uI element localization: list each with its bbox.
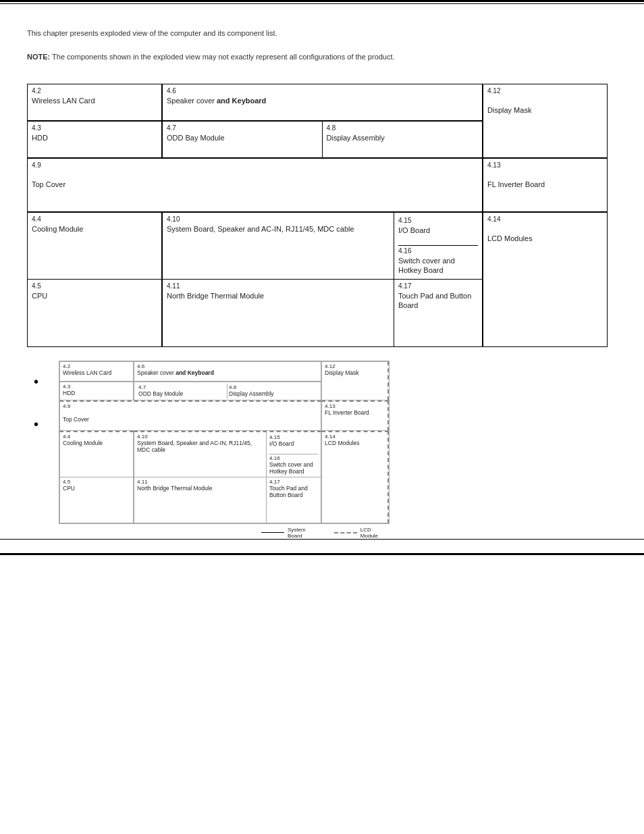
display-mask-number: 4.12	[487, 87, 603, 95]
legend-system-board: System Board	[261, 527, 321, 539]
cpu-number: 4.5	[32, 282, 157, 290]
display-assembly-number: 4.8	[327, 124, 479, 132]
s-odd-lbl: ODD Bay Module	[138, 390, 183, 397]
small-diagram-container: 4.2 Wireless LAN Card 4.6 Speaker cover …	[59, 361, 390, 539]
odd-display-cell: 4.7 ODD Bay Module 4.8 Display Assembly	[162, 121, 483, 158]
io-board-label: I/O Board	[398, 226, 430, 234]
bottom-thin-rule	[0, 539, 644, 540]
legend: System Board LCD Module	[59, 527, 390, 539]
cooling-number: 4.4	[32, 215, 157, 223]
touchpad-number: 4.17	[398, 282, 478, 290]
cooling-label: Cooling Module	[32, 225, 83, 233]
s-nb-num: 4.11	[137, 479, 263, 485]
speaker-keyboard-number: 4.6	[167, 87, 478, 95]
s-odd-num: 4.7	[138, 384, 225, 390]
main-diagram: 4.2 Wireless LAN Card 4.6 Speaker cover …	[27, 84, 617, 347]
wireless-lan-cell: 4.2 Wireless LAN Card	[27, 84, 162, 121]
s-io-num: 4.15	[269, 434, 318, 440]
wireless-lan-number: 4.2	[32, 87, 157, 95]
legend-lcd-module: LCD Module	[334, 527, 390, 539]
wireless-lan-label: Wireless LAN Card	[32, 97, 95, 105]
s-cm-num: 4.4	[63, 434, 130, 440]
s-wireless-lbl: Wireless LAN Card	[63, 369, 111, 376]
hdd-number: 4.3	[32, 124, 157, 132]
s-dmask-num: 4.12	[325, 363, 385, 369]
hdd-cell: 4.3 HDD	[27, 121, 162, 158]
display-assembly-label: Display Assembly	[327, 134, 385, 142]
fl-inverter-number: 4.13	[487, 161, 603, 169]
s-spk-lbl: Speaker cover and Keyboard	[137, 369, 214, 376]
s-lcd-lbl: LCD Modules	[325, 440, 360, 446]
fl-inverter-label: FL Inverter Board	[487, 180, 545, 188]
odd-label: ODD Bay Module	[167, 134, 225, 142]
s-da-lbl: Display Assembly	[229, 390, 274, 397]
lcd-modules-label: LCD Modules	[487, 234, 533, 242]
speaker-keyboard-label: Speaker cover and Keyboard	[167, 97, 266, 105]
io-board-number: 4.15	[398, 217, 478, 224]
lcd-modules-cell: 4.14 LCD Modules	[483, 212, 608, 347]
s-cpu-num: 4.5	[63, 479, 130, 485]
s-fl-num: 4.13	[325, 403, 385, 409]
legend-system-label: System Board	[288, 527, 321, 539]
col2-row4: 4.10 System Board, Speaker and AC-IN, RJ…	[162, 212, 483, 347]
s-tp-lbl: Touch Pad and Button Board	[269, 485, 308, 498]
lcd-modules-number: 4.14	[487, 215, 603, 223]
display-mask-cell: 4.12 Display Mask	[483, 84, 608, 158]
second-section: • • 4.2 Wireless LAN Card 4.6 Speaker co…	[27, 361, 617, 539]
speaker-keyboard-cell: 4.6 Speaker cover and Keyboard	[162, 84, 483, 121]
top-cover-label: Top Cover	[32, 180, 65, 188]
s-io-lbl: I/O Board	[269, 440, 294, 447]
system-board-label: System Board, Speaker and AC-IN, RJ11/45…	[167, 225, 354, 233]
switch-cover-number: 4.16	[398, 247, 478, 255]
display-mask-label: Display Mask	[487, 106, 531, 114]
s-cm-lbl: Cooling Module	[63, 440, 103, 446]
top-thick-rule	[0, 0, 644, 2]
bottom-thick-rule	[0, 553, 644, 555]
header-description: This chapter presents exploded view of t…	[27, 18, 617, 70]
s-lcd-num: 4.14	[325, 434, 385, 440]
s-dmask-lbl: Display Mask	[325, 369, 359, 376]
bullet-1: •	[34, 374, 38, 390]
system-board-number: 4.10	[167, 215, 390, 223]
s-fl-lbl: FL Inverter Board	[325, 409, 369, 416]
s-hdd-lbl: HDD	[63, 390, 75, 396]
bullet-2: •	[34, 417, 38, 432]
s-sw-num: 4.16	[269, 455, 318, 461]
legend-solid-line	[261, 532, 284, 533]
switch-cover-label: Switch cover and Hotkey Board	[398, 257, 455, 274]
s-tc-lbl: Top Cover	[63, 416, 89, 423]
s-tp-num: 4.17	[269, 479, 318, 485]
col1-row4: 4.4 Cooling Module 4.5 CPU	[27, 212, 162, 347]
s-spk-num: 4.6	[137, 363, 318, 369]
s-sb-lbl: System Board, Speaker and AC-IN, RJ11/45…	[137, 440, 252, 453]
s-sb-num: 4.10	[137, 434, 263, 440]
s-tc-num: 4.9	[63, 403, 318, 409]
s-cpu-lbl: CPU	[63, 485, 75, 492]
odd-number: 4.7	[167, 124, 318, 132]
s-nb-lbl: North Bridge Thermal Module	[137, 485, 212, 492]
top-thin-rule	[0, 3, 644, 4]
touchpad-label: Touch Pad and Button Board	[398, 292, 471, 309]
nb-thermal-number: 4.11	[167, 282, 390, 290]
top-cover-cell: 4.9 Top Cover	[27, 158, 483, 212]
s-da-num: 4.8	[229, 384, 317, 390]
cpu-label: CPU	[32, 292, 47, 300]
hdd-label: HDD	[32, 134, 48, 142]
top-cover-number: 4.9	[32, 161, 478, 169]
s-hdd-num: 4.3	[63, 384, 130, 390]
s-sw-lbl: Switch cover and Hotkey Board	[269, 461, 313, 475]
legend-dashed-line	[334, 532, 357, 533]
legend-lcd-label: LCD Module	[360, 527, 390, 539]
fl-inverter-cell: 4.13 FL Inverter Board	[483, 158, 608, 212]
bullet-list: • •	[27, 361, 38, 539]
nb-thermal-label: North Bridge Thermal Module	[167, 292, 264, 300]
s-wireless-num: 4.2	[63, 363, 130, 369]
